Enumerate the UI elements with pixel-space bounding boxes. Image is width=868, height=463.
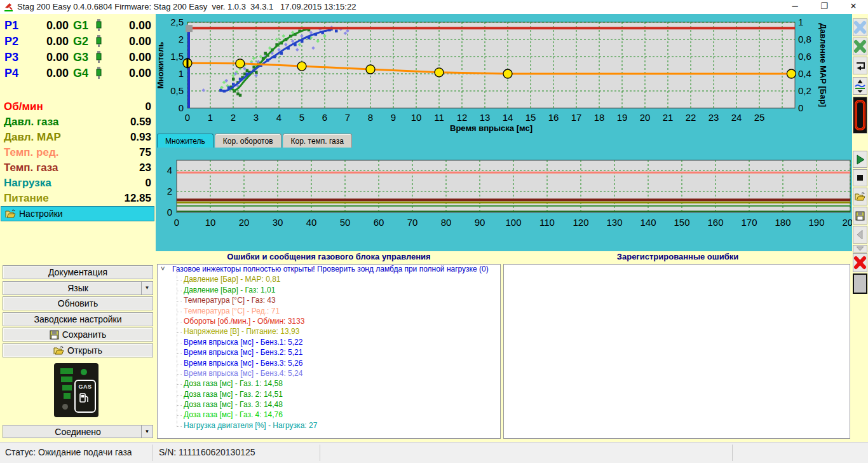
connection-label: Соединено xyxy=(55,427,100,437)
svg-text:100: 100 xyxy=(505,217,521,228)
folder-icon xyxy=(53,346,64,355)
stop-icon xyxy=(853,170,867,186)
settings-button[interactable]: Настройки xyxy=(1,206,154,221)
autocenter-button[interactable] xyxy=(853,77,867,95)
chart-area: 0123456789101112131415161718192021222324… xyxy=(156,14,852,251)
side-button-3[interactable]: Обновить xyxy=(3,296,153,310)
svg-text:3: 3 xyxy=(254,112,259,123)
petrol-channel-value: 0.00 xyxy=(25,67,69,80)
clear-errors-button[interactable] xyxy=(853,253,867,272)
telemetry-row: P20.00G20.00 xyxy=(0,35,156,51)
errors-right-header: Зарегистрированные ошибки xyxy=(503,252,852,262)
chevron-down-icon[interactable]: ▼ xyxy=(141,282,153,294)
open-folder-button[interactable] xyxy=(853,188,867,205)
svg-text:18: 18 xyxy=(594,112,605,123)
minimize-button[interactable]: ─ xyxy=(780,0,810,14)
collapse-chevron-icon[interactable]: ˅ xyxy=(161,265,165,272)
error-message-list[interactable]: ˅Газовое инжекторы полностью открыты! Пр… xyxy=(157,264,501,439)
parameter-label: Об/мин xyxy=(4,100,43,113)
error-detail-row: Время впрыска [мс] - Бенз.2: 5,21 xyxy=(158,348,500,358)
svg-text:19: 19 xyxy=(617,112,628,123)
stop-button[interactable] xyxy=(853,169,867,186)
svg-text:20: 20 xyxy=(640,112,651,123)
petrol-channel-value: 0.00 xyxy=(25,35,69,48)
svg-text:17: 17 xyxy=(571,112,582,123)
side-button-label: Документация xyxy=(48,267,107,277)
chart-tabs: МножительКор. оборотовКор. темп. газа xyxy=(157,134,352,148)
svg-text:2,5: 2,5 xyxy=(170,17,184,27)
error-root-text: Газовое инжекторы полностью открыты! Про… xyxy=(172,265,489,273)
parameter-label: Питание xyxy=(4,192,49,205)
error-detail-row: Доза газа [мс] - Газ. 4: 14,76 xyxy=(158,410,500,420)
statusbar-divider xyxy=(320,445,320,461)
errors-left-header: Ошибки и сообщения газового блока управл… xyxy=(156,252,502,262)
arrow-down-icon xyxy=(853,245,867,252)
petrol-channel-value: 0.00 xyxy=(25,19,69,32)
injector-icon xyxy=(95,67,103,83)
side-button-label: Открыть xyxy=(67,345,102,356)
loop-button[interactable] xyxy=(853,57,867,74)
gas-level-bar xyxy=(62,385,72,390)
gas-led-icon xyxy=(81,369,87,375)
svg-text:Давление MAP [Бар]: Давление MAP [Бар] xyxy=(818,24,828,107)
error-detail-row: Напряжение [В] - Питание: 13,93 xyxy=(158,327,500,337)
parameter-value: 23 xyxy=(139,162,151,174)
side-button-label: Язык xyxy=(67,283,88,293)
registered-errors-list[interactable] xyxy=(503,264,850,439)
side-button-5[interactable]: Сохранить xyxy=(3,328,153,342)
petrol-channel-value: 0.00 xyxy=(25,51,69,64)
gas-level-bar xyxy=(64,393,71,399)
seven-segment-display-button[interactable] xyxy=(853,97,867,134)
connection-select[interactable]: Соединено ▼ xyxy=(3,425,153,438)
cancel-blue-x-button[interactable] xyxy=(853,18,867,36)
side-button-2[interactable]: Язык▼ xyxy=(3,281,153,295)
svg-text:2: 2 xyxy=(231,112,236,123)
svg-text:1,5: 1,5 xyxy=(170,51,184,62)
telemetry-row: P40.00G40.00 xyxy=(0,67,156,83)
parameter-label: Давл. MAP xyxy=(4,131,61,144)
side-button-4[interactable]: Заводские настройки xyxy=(3,312,153,326)
svg-text:200: 200 xyxy=(842,217,852,228)
title-bar: Stag 200 Easy 0.4.0.6804 Firmware: Stag … xyxy=(0,0,868,15)
svg-text:0: 0 xyxy=(174,217,179,228)
restore-button[interactable]: ❐ xyxy=(810,0,839,14)
svg-text:0,2: 0,2 xyxy=(798,85,811,96)
play-icon xyxy=(853,152,867,167)
error-detail-row: Доза газа [мс] - Газ. 2: 14,51 xyxy=(158,390,500,400)
svg-text:180: 180 xyxy=(775,217,790,228)
chevron-down-icon[interactable]: ▼ xyxy=(141,425,153,438)
close-button[interactable]: ✕ xyxy=(839,0,868,14)
error-detail-row: Давление [Бар] - Газ: 1,01 xyxy=(158,286,500,296)
oscilloscope-chart[interactable]: 0102030405060708090100110120130140150160… xyxy=(156,148,852,251)
error-detail-row: Доза газа [мс] - Газ. 1: 14,58 xyxy=(158,379,500,389)
multiplier-chart[interactable]: 0123456789101112131415161718192021222324… xyxy=(156,14,852,134)
tab-3[interactable]: Кор. темп. газа xyxy=(283,134,352,148)
scroll-thumb[interactable] xyxy=(853,273,867,294)
parameter-row: Питание12.85 xyxy=(0,192,156,207)
side-button-1[interactable]: Документация xyxy=(3,265,153,279)
accept-green-x-button[interactable] xyxy=(853,38,867,55)
error-root-row[interactable]: ˅Газовое инжекторы полностью открыты! Пр… xyxy=(158,265,500,275)
arrow-left-icon xyxy=(853,227,867,242)
svg-text:Время впрыска [мс]: Время впрыска [мс] xyxy=(450,123,532,133)
svg-text:6: 6 xyxy=(322,112,327,123)
svg-text:13: 13 xyxy=(480,112,491,123)
svg-text:0,8: 0,8 xyxy=(798,34,811,45)
tab-1[interactable]: Множитель xyxy=(157,134,214,148)
svg-text:0,4: 0,4 xyxy=(798,68,811,79)
svg-text:130: 130 xyxy=(606,217,622,228)
error-detail-row: Обороты [об./мин.] - Об/мин: 3133 xyxy=(158,317,500,327)
side-button-6[interactable]: Открыть xyxy=(3,343,153,357)
svg-text:10: 10 xyxy=(205,217,216,228)
svg-text:80: 80 xyxy=(441,217,452,228)
play-button[interactable] xyxy=(853,151,867,168)
parameter-value: 0 xyxy=(146,177,151,190)
svg-text:0: 0 xyxy=(179,102,184,113)
svg-text:30: 30 xyxy=(273,217,283,228)
gas-channel-label: G1 xyxy=(73,19,88,32)
save-button[interactable] xyxy=(853,207,867,225)
arrow-down-button xyxy=(853,245,867,252)
tab-2[interactable]: Кор. оборотов xyxy=(215,134,281,148)
gas-channel-label: G3 xyxy=(73,51,88,64)
petrol-channel-label: P1 xyxy=(4,19,18,32)
